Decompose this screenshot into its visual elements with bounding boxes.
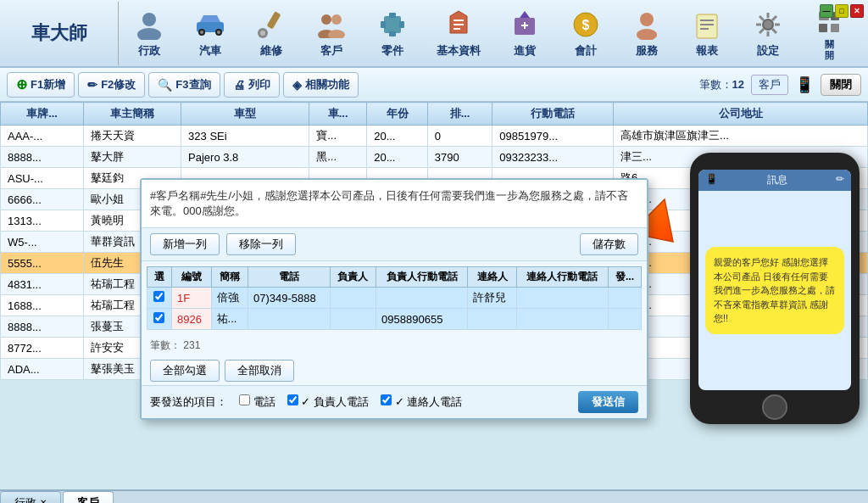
phone-header-label: 訊息 [767,173,787,187]
nav-label-checkin: 進貨 [514,43,536,59]
cell-mobile: 0958890655 [376,309,468,330]
nav-item-repair[interactable]: 維修 [248,3,295,63]
nav-item-accounting[interactable]: $ 會計 [562,3,609,63]
svg-rect-18 [389,13,396,18]
col-engine: 排... [427,103,492,126]
svg-point-6 [200,31,203,34]
row-checkbox[interactable] [153,291,164,302]
cell-select[interactable] [147,309,172,330]
toolbar: ⊕ F1新增 ✏ F2修改 🔍 F3查詢 🖨 列印 ◈ 相關功能 筆數：12 客… [0,68,868,102]
close-window-button[interactable]: ✕ [850,4,864,18]
cell-mobile2 [516,309,608,330]
add-row-button[interactable]: 新增一列 [150,233,220,255]
col-contact: 負責人 [330,267,376,288]
col-plate: 車牌... [1,103,84,126]
contact-mobile-option[interactable]: ✓ 連絡人電話 [381,394,462,410]
dialog-table-row[interactable]: 8926 祐... 0958890655 [147,309,642,330]
select-all-button[interactable]: 全部勾選 [150,360,220,382]
settings-icon [751,8,785,42]
close-button[interactable]: 關閉 [821,74,861,96]
tab-admin[interactable]: 行政 ✕ [0,491,61,503]
customer-label: 客戶 [751,75,788,95]
save-button[interactable]: 儲存數 [580,233,638,255]
minimize-button[interactable]: — [820,4,833,18]
col-contact2: 連絡人 [468,267,517,288]
phone-checkbox[interactable] [239,394,250,405]
remove-row-button[interactable]: 移除一列 [226,233,296,255]
svg-rect-27 [524,22,526,29]
contact-mobile-checkbox[interactable] [381,394,392,405]
window-controls: — □ ✕ [820,4,864,18]
phone-screen: 📱 訊息 ✏ 親愛的客戶您好 感謝您選擇本公司產品 日後有任何需要我們進一步為您… [698,170,851,390]
print-button[interactable]: 🖨 列印 [224,72,280,98]
deselect-all-button[interactable]: 全部取消 [225,360,294,382]
tab-close-admin[interactable]: ✕ [40,498,47,503]
phone-icon: 📱 [705,173,718,187]
svg-rect-23 [453,28,460,30]
mobile-option[interactable]: ✓ 負責人電話 [287,394,369,410]
cell-contact [330,309,376,330]
nav-label-admin: 行政 [138,43,160,59]
nav-item-checkin[interactable]: 進貨 [501,3,548,63]
nav-item-parts[interactable]: 零件 [369,3,416,63]
f2-label: F2修改 [101,77,136,92]
mobile-checkbox[interactable] [287,394,298,405]
svg-point-11 [321,14,331,25]
tab-customer[interactable]: 客戶 [63,491,114,503]
f1-label: F1新增 [31,77,65,92]
phone-home-button[interactable] [762,394,787,420]
svg-marker-25 [520,11,530,18]
count-row: 筆數： 231 [142,335,647,356]
nav-item-service[interactable]: 服務 [623,3,670,63]
cell-select[interactable] [147,288,172,309]
dialog-table-row[interactable]: 1F 倍強 07)349-5888 許舒兒 [147,288,642,309]
col-mobile2: 連絡人行動電話 [516,267,608,288]
svg-rect-16 [381,21,386,28]
col-name: 簡稱 [211,267,248,288]
phone-option[interactable]: 電話 [239,394,275,410]
nav-label-toggle: 關開 [825,39,834,60]
send-options-label: 要發送的項目： [150,394,227,410]
top-nav: 車大師 行政 [0,0,868,68]
svg-rect-32 [697,14,717,38]
related-button[interactable]: ◈ 相關功能 [283,72,359,98]
nav-item-car[interactable]: 汽車 [186,3,234,63]
table-row[interactable]: AAA-... 捲天天資 323 SEi 寶... 20... 0 098519… [1,126,868,147]
nav-item-report[interactable]: 報表 [683,3,731,63]
f3-search-button[interactable]: 🔍 F3查詢 [148,72,220,98]
col-address: 公司地址 [614,103,868,126]
print-label: 列印 [248,77,270,92]
record-count: 12 [732,78,744,91]
col-color: 車... [309,103,367,126]
svg-line-43 [772,16,776,20]
nav-item-admin[interactable]: 行政 [125,3,173,63]
nav-item-customer[interactable]: 客戶 [308,3,355,63]
nav-item-settings[interactable]: 設定 [744,3,792,63]
maximize-button[interactable]: □ [835,4,849,18]
phone-mockup: 📱 訊息 ✏ 親愛的客戶您好 感謝您選擇本公司產品 日後有任何需要我們進一步為您… [690,153,860,424]
svg-rect-35 [700,28,709,30]
f2-edit-button[interactable]: ✏ F2修改 [78,72,145,98]
svg-rect-19 [389,31,396,36]
cell-owner: 捲天天資 [84,126,181,147]
row-checkbox[interactable] [153,312,164,323]
cell-mobile2 [516,288,608,309]
report-icon [690,8,724,42]
f1-new-button[interactable]: ⊕ F1新增 [7,72,75,98]
f3-label: F3查詢 [175,77,210,92]
nav-label-service: 服務 [636,43,658,59]
col-year: 年份 [367,103,428,126]
speech-bubble: 親愛的客戶您好 感謝您選擇本公司產品 日後有任何需要我們進一步為您服務之處，請不… [705,247,844,334]
cell-plate: AAA-... [1,126,84,147]
cell-address: 高雄市旗津區旗津三... [614,126,868,147]
nav-label-accounting: 會計 [575,43,597,59]
svg-rect-21 [453,20,464,21]
select-buttons: 全部勾選 全部取消 [142,356,647,385]
cell-send [608,309,641,330]
send-button[interactable]: 發送信 [578,391,638,413]
svg-rect-8 [266,11,281,29]
col-select: 選 [147,267,172,288]
nav-item-basic[interactable]: 基本資料 [430,3,487,63]
cell-phone [248,309,331,330]
nav-label-settings: 設定 [757,43,779,59]
